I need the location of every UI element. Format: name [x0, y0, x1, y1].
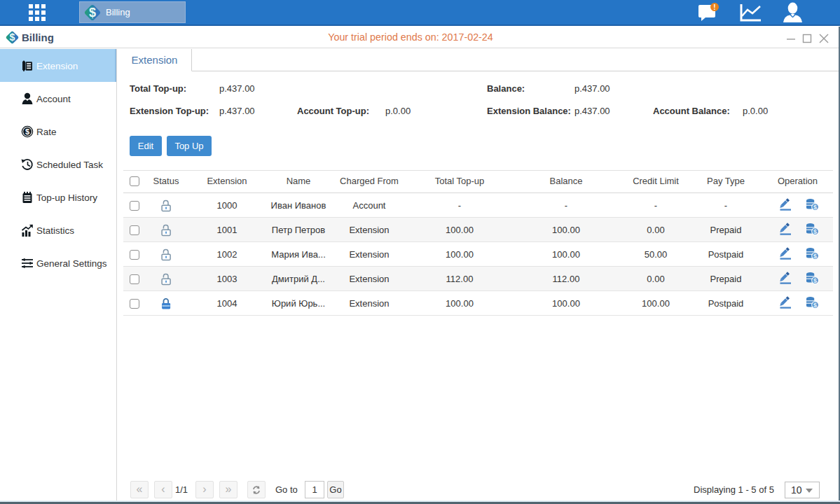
svg-text:!: ! — [713, 4, 715, 11]
svg-text:$: $ — [813, 253, 817, 260]
svg-text:$: $ — [813, 228, 817, 235]
svg-text:$: $ — [813, 277, 817, 284]
svg-text:$: $ — [813, 302, 817, 309]
svg-text:$: $ — [813, 204, 817, 211]
svg-text:$: $ — [25, 127, 29, 136]
svg-text:$: $ — [89, 6, 96, 20]
